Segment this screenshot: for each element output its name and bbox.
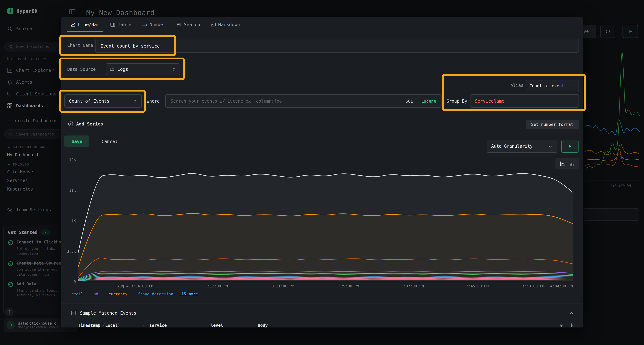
x-axis-tick: 3:13:00 PM (205, 284, 228, 288)
group-by-input[interactable]: ServiceName (470, 94, 579, 108)
plus-circle-icon (68, 121, 73, 127)
chart-name-label: Chart Name (67, 43, 93, 48)
markdown-icon (211, 22, 216, 27)
tab-line-bar[interactable]: Line/Bar (65, 17, 105, 32)
legend-item-currency[interactable]: —currency (104, 292, 127, 296)
x-axis-tick: 3:21:00 PM (272, 284, 294, 288)
column-header-timestamp-local[interactable]: Timestamp (Local) (78, 323, 138, 328)
list-icon (71, 310, 76, 316)
cancel-button[interactable]: Cancel (97, 135, 122, 147)
lucene-mode-toggle[interactable]: Lucene (421, 98, 436, 103)
legend-label: currency (108, 292, 128, 296)
alias-label: Alias (510, 83, 524, 88)
data-source-select[interactable]: Logs (106, 63, 180, 75)
column-header-body[interactable]: Body (258, 323, 548, 328)
chart-name-value: Event count by service (100, 43, 160, 48)
sql-mode-toggle[interactable]: SQL (406, 98, 413, 103)
legend-more-link[interactable]: +15 more (179, 292, 198, 296)
chart-editor-modal: Line/BarTableNumberSearchMarkdown Chart … (61, 17, 583, 328)
where-search-input[interactable]: Search your events w/ Lucene ex. column:… (165, 94, 442, 108)
chevron-updown-icon (172, 67, 176, 71)
sort-download-icon[interactable] (569, 323, 574, 328)
list-search-icon (176, 22, 182, 27)
data-source-value: Logs (117, 66, 128, 72)
chart-legend: —email—ad—currency—fraud-detection+15 mo… (67, 292, 198, 296)
tab-number[interactable]: Number (137, 17, 171, 32)
main-chart (78, 159, 573, 281)
legend-label: fraud-detection (138, 292, 173, 296)
table-icon (110, 22, 115, 27)
column-separator: ⋮ (142, 323, 146, 328)
chevron-updown-icon (133, 99, 137, 103)
y-axis-tick: 7K (61, 218, 76, 223)
app: HyperDX Search Saved Searches No saved s… (0, 0, 644, 345)
alias-value: Count of events (530, 83, 567, 88)
tab-table[interactable]: Table (105, 17, 136, 32)
sample-events-header[interactable]: Sample Matched Events (71, 310, 136, 316)
data-source-label: Data Source (67, 67, 96, 72)
granularity-select[interactable]: Auto Granularity (486, 140, 558, 153)
save-button[interactable]: Save (64, 135, 90, 147)
where-label: Where (147, 99, 160, 104)
x-axis-tick: Aug 4 3:04:00 PM (117, 284, 154, 288)
group-by-value: ServiceName (475, 98, 504, 104)
run-chart-button[interactable] (561, 140, 578, 153)
filter-icon[interactable] (559, 323, 564, 328)
x-axis-tick: 3:29:00 PM (336, 284, 359, 288)
legend-item-fraud-detection[interactable]: —fraud-detection (133, 292, 173, 296)
aggregation-value: Count of Events (69, 98, 110, 104)
sample-matched-events-section: Sample Matched Events Timestamp (Local)⋮… (61, 304, 583, 328)
granularity-value: Auto Granularity (491, 144, 532, 149)
set-number-format-button[interactable]: Set number format (526, 120, 579, 129)
tab-label: Search (184, 22, 200, 27)
x-axis-tick: 4:04:00 PM (550, 284, 573, 288)
x-axis-tick: 3:53:00 PM (522, 284, 544, 288)
chevron-down-icon (548, 144, 553, 149)
where-placeholder: Search your events w/ Lucene ex. column:… (171, 98, 403, 103)
tab-label: Table (118, 22, 131, 27)
tab-markdown[interactable]: Markdown (205, 17, 245, 32)
legend-item-ad[interactable]: —ad (89, 292, 98, 296)
y-axis-tick: 3.5K (61, 249, 76, 253)
add-series-button[interactable]: Add Series (68, 121, 103, 127)
column-header-service[interactable]: service (149, 323, 200, 328)
column-header-level[interactable]: level (211, 323, 246, 328)
legend-label: email (72, 292, 83, 296)
tab-label: Markdown (218, 22, 240, 27)
tab-search[interactable]: Search (171, 17, 205, 32)
play-icon (568, 144, 572, 149)
alias-input[interactable]: Count of events (526, 80, 579, 91)
one23-icon (142, 22, 147, 27)
legend-item-email[interactable]: —email (67, 292, 83, 296)
column-separator: ⋮ (250, 323, 254, 328)
events-table-header: Timestamp (Local)⋮service⋮level⋮Body (78, 323, 548, 328)
y-axis-tick: 11K (61, 188, 76, 192)
chart-line-icon (70, 22, 76, 27)
chart-name-input[interactable]: Event count by service (95, 39, 579, 52)
folder-icon (110, 67, 114, 71)
x-axis-tick: 3:45:00 PM (466, 284, 488, 288)
column-separator: ⋮ (203, 323, 207, 328)
group-by-label: Group By (446, 99, 467, 104)
legend-label: ad (94, 292, 98, 296)
x-axis-tick: 3:37:00 PM (401, 284, 424, 288)
modal-tabs: Line/BarTableNumberSearchMarkdown (61, 17, 583, 32)
y-axis-tick: 14K (61, 157, 76, 162)
y-axis-tick: 0 (61, 280, 76, 284)
tab-label: Line/Bar (78, 22, 100, 27)
tab-label: Number (150, 22, 166, 27)
aggregation-select[interactable]: Count of Events (64, 94, 142, 108)
collapse-section-chevron-up-icon[interactable] (569, 310, 574, 317)
